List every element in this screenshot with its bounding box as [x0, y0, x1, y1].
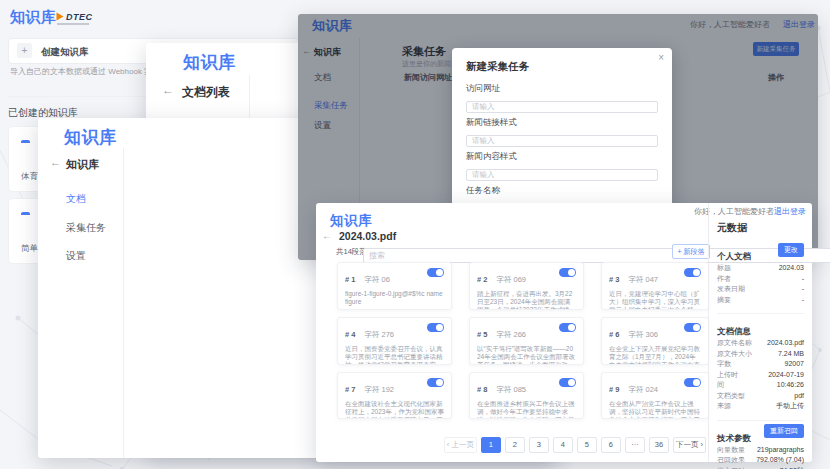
paragraph-toggle[interactable]	[427, 378, 444, 387]
metadata-section-docinfo: 文档信息 原文件名称2024.03.pdf 原文件大小7.24 MB 字数920…	[717, 313, 804, 412]
paragraph-toggle[interactable]	[684, 378, 701, 387]
char-count: 字符 06	[364, 275, 389, 284]
section-title: 技术参数	[717, 433, 751, 443]
paragraph-index: # 6	[609, 330, 619, 339]
paragraph-card[interactable]: # 6字符 306 在全党上下深入开展党纪学习教育之际（1月至7月），2024年…	[601, 317, 709, 365]
paragraph-text: 在全党上下深入开展党纪学习教育之际（1月至7月），2024年中央党内法规制定工作…	[609, 345, 701, 365]
paragraph-index: # 8	[477, 385, 487, 394]
paragraph-card[interactable]: # 2字符 069 踏上新征程，奋进再出发。3月22日至23日，2024年全国两…	[469, 262, 584, 310]
meta-label: 原文件大小	[717, 349, 752, 360]
back-arrow-icon[interactable]: ←	[162, 83, 174, 97]
meta-value: 手动上传	[776, 401, 804, 412]
field-label: 新闻内容样式	[466, 151, 658, 163]
meta-label: 文档类型	[717, 391, 745, 402]
paragraph-card[interactable]: # 1字符 06 figure-1-figure-0.jpg@#$%c name…	[337, 262, 452, 310]
pagination-page[interactable]: 36	[649, 437, 669, 453]
dtec-logo-caption	[57, 23, 89, 25]
paragraph-index: # 7	[345, 385, 355, 394]
sidebar-item-docs[interactable]: 文档	[66, 192, 86, 206]
paragraph-toggle[interactable]	[559, 268, 576, 277]
sidebar-item-settings[interactable]: 设置	[66, 249, 86, 263]
paragraph-card[interactable]: # 4字符 276 近日，国资委党委召开会议，认真学习贯彻习近平总书记重要讲话精…	[337, 317, 452, 365]
meta-label: 原文件名称	[717, 338, 752, 349]
app-logo-title: 知识库	[10, 8, 57, 27]
pagination-ellipsis[interactable]: ···	[625, 437, 645, 453]
url-input[interactable]	[466, 101, 658, 113]
char-count: 字符 024	[628, 385, 658, 394]
meta-value: 2024.03.pdf	[767, 338, 804, 349]
pagination-page[interactable]: 3	[529, 437, 549, 453]
modal-field-url: 访问网址	[466, 83, 658, 113]
paragraph-toggle[interactable]	[559, 323, 576, 332]
char-count: 字符 192	[364, 385, 394, 394]
news-link-style-input[interactable]	[466, 135, 658, 147]
paragraph-toggle[interactable]	[427, 268, 444, 277]
add-paragraph-button[interactable]: + 新段落	[672, 244, 710, 259]
paragraph-card[interactable]: # 9字符 024 在全面从严治党工作会议上强调，坚持以习近平新时代中国特色社会…	[601, 372, 709, 419]
paragraph-text: 近日，国资委党委召开会议，认真学习贯彻习近平总书记重要讲话精神，推动党纪学习教育…	[345, 345, 444, 365]
dtec-logo-mark-icon	[57, 13, 64, 21]
paragraph-card[interactable]: # 5字符 266 以“实干笃行”谱写改革新篇——2024年全国两会工作会议全面…	[469, 317, 584, 365]
meta-label: 向量数量	[717, 445, 745, 456]
meta-label: 摘要	[717, 295, 731, 306]
char-count: 字符 276	[364, 330, 394, 339]
meta-label: 上传时间	[717, 370, 743, 391]
meta-value: 219paragraphs	[757, 445, 804, 456]
metadata-panel: 元数据 个人文档 更改 标题2024.03 作者- 发表日期- 摘要- 文档信息…	[708, 203, 812, 462]
meta-value: 74.52秒	[779, 466, 804, 469]
back-arrow-icon[interactable]: ←	[50, 156, 61, 168]
char-count: 字符 085	[496, 385, 526, 394]
document-title: 2024.03.pdf	[339, 230, 396, 242]
pagination-next[interactable]: 下一页 ›	[673, 437, 706, 453]
re-recall-button[interactable]: 重新召回	[764, 424, 804, 438]
news-content-style-input[interactable]	[466, 169, 658, 181]
paragraph-index: # 1	[345, 275, 355, 284]
pagination-page[interactable]: 4	[553, 437, 573, 453]
modal-field-content-style: 新闻内容样式	[466, 151, 658, 181]
pagination-prev[interactable]: ‹ 上一页	[444, 437, 477, 453]
window-title: 知识库	[330, 212, 372, 230]
pagination-page[interactable]: 6	[601, 437, 621, 453]
paragraph-index: # 3	[609, 275, 619, 284]
window-document-paragraphs: 你好，人工智能爱好者 退出登录 知识库 ← 2024.03.pdf 共14段落 …	[316, 203, 812, 462]
pagination-page[interactable]: 1	[481, 437, 501, 453]
paragraph-card[interactable]: # 3字符 047 近日，党建理论学习中心组（扩大）组织集中学习，深入学习贯彻二…	[601, 262, 709, 310]
paragraph-toggle[interactable]	[684, 268, 701, 277]
paragraph-index: # 4	[345, 330, 355, 339]
meta-value: -	[802, 295, 804, 306]
sidebar-item-collect-tasks[interactable]: 采集任务	[66, 221, 106, 235]
metadata-section-tech: 技术参数 重新召回 向量数量219paragraphs 召回效果792.08% …	[717, 420, 804, 469]
field-label: 访问网址	[466, 83, 658, 95]
section-title: 个人文档	[717, 251, 751, 261]
screen: 知识库 DTEC + 创建知识库 导入自己的文本数据或通过 Webhook 实时…	[0, 0, 830, 469]
paragraph-toggle[interactable]	[684, 323, 701, 332]
paragraph-text: 近日，党建理论学习中心组（扩大）组织集中学习，深入学习贯彻二十届中央纪委三次全会…	[609, 290, 701, 310]
meta-label: 作者	[717, 274, 731, 285]
doc-list-back-label[interactable]: 文档列表	[182, 84, 230, 101]
meta-label: 标题	[717, 263, 731, 274]
paragraph-text: 在全面推进乡村振兴工作会议上强调，做好今年工作要坚持稳中求进、以进促稳、先立后破…	[477, 400, 576, 419]
paragraph-text: 踏上新征程，奋进再出发。3月22日至23日，2024年全国两会圆满闭幕，会议总结…	[477, 290, 576, 310]
pagination-page[interactable]: 2	[505, 437, 525, 453]
paragraph-card[interactable]: # 7字符 192 在全面建设社会主义现代化国家新征程上，2023年，作为党和国…	[337, 372, 452, 419]
pagination-page[interactable]: 5	[577, 437, 597, 453]
paragraph-toggle[interactable]	[559, 378, 576, 387]
meta-value: 7.24 MB	[778, 349, 804, 360]
edit-metadata-button[interactable]: 更改	[778, 243, 804, 257]
char-count: 字符 306	[628, 330, 658, 339]
knowledge-back-label[interactable]: 知识库	[66, 157, 99, 172]
meta-value: 2024-07-19 10:46:26	[743, 370, 804, 391]
window-title: 知识库	[183, 51, 236, 74]
paragraph-text: figure-1-figure-0.jpg@#$%c name figure	[345, 290, 444, 310]
back-arrow-icon[interactable]: ←	[322, 230, 332, 241]
paragraph-text: 在全面建设社会主义现代化国家新征程上，2023年，作为党和国家事业发展大局中的重…	[345, 400, 444, 419]
meta-label: 嵌入用时	[717, 466, 745, 469]
paragraph-card[interactable]: # 8字符 085 在全面推进乡村振兴工作会议上强调，做好今年工作要坚持稳中求进…	[469, 372, 584, 419]
char-count: 字符 266	[496, 330, 526, 339]
paragraph-card-grid: # 1字符 06 figure-1-figure-0.jpg@#$%c name…	[337, 262, 709, 420]
char-count: 字符 069	[496, 275, 526, 284]
dtec-logo-text: DTEC	[66, 12, 93, 22]
close-icon[interactable]: ×	[658, 52, 664, 63]
plus-icon: +	[17, 43, 32, 58]
paragraph-toggle[interactable]	[427, 323, 444, 332]
